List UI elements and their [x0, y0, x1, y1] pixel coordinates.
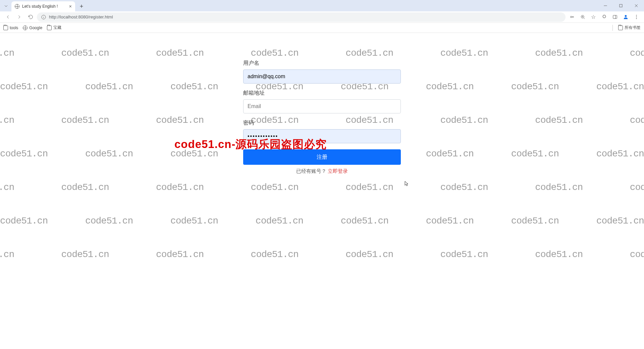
nav-forward-button[interactable]	[14, 12, 24, 22]
svg-point-6	[636, 15, 637, 15]
password-key-icon[interactable]	[567, 12, 577, 22]
username-label: 用户名	[243, 60, 401, 67]
svg-point-2	[570, 16, 572, 17]
tabs-dropdown-icon[interactable]	[3, 3, 9, 9]
bookmark-folder-tools[interactable]: tools	[3, 26, 18, 30]
folder-icon	[47, 26, 52, 30]
close-tab-icon[interactable]: ×	[69, 4, 72, 9]
login-prompt: 已经有账号？ 立即登录	[243, 168, 401, 174]
watermark-overlay-text: code51.cn-源码乐园盗图必究	[174, 137, 327, 152]
url-text: http://localhost:8080/register.html	[49, 14, 113, 19]
folder-icon	[618, 26, 623, 30]
separator	[612, 25, 613, 31]
login-link[interactable]: 立即登录	[328, 168, 348, 174]
all-bookmarks-button[interactable]: 所有书签	[618, 25, 641, 31]
username-input[interactable]	[248, 73, 396, 80]
bookmark-star-icon[interactable]: ☆	[588, 12, 598, 22]
svg-point-7	[636, 16, 637, 17]
browser-tab[interactable]: Let's study English ! ×	[11, 1, 75, 11]
profile-avatar-icon[interactable]	[621, 12, 631, 22]
nav-reload-button[interactable]	[25, 12, 36, 22]
all-bookmarks-label: 所有书签	[625, 25, 641, 31]
new-tab-button[interactable]: +	[77, 2, 86, 11]
globe-icon	[23, 26, 28, 30]
email-input[interactable]	[248, 103, 396, 109]
globe-icon	[15, 4, 19, 9]
password-label: 密码	[243, 119, 401, 127]
svg-rect-4	[613, 15, 616, 19]
bookmark-label: 宝藏	[53, 25, 61, 31]
email-label: 邮箱地址	[243, 90, 401, 97]
svg-point-5	[625, 15, 627, 17]
nav-back-button[interactable]	[3, 12, 13, 22]
tab-title: Let's study English !	[22, 4, 58, 9]
bookmark-site-google[interactable]: Google	[23, 26, 42, 30]
bookmark-folder-baozang[interactable]: 宝藏	[47, 25, 61, 31]
register-form: 用户名 邮箱地址 密码 注册 已经有账号？ 立即登录	[243, 60, 401, 174]
svg-rect-0	[620, 4, 622, 7]
browser-tab-strip: Let's study English ! × +	[0, 0, 644, 11]
folder-icon	[3, 26, 8, 30]
bookmarks-bar: tools Google 宝藏 所有书签	[0, 23, 644, 33]
email-field[interactable]	[243, 99, 401, 113]
page-viewport: code51.cncode51.cncode51.cncode51.cncode…	[0, 33, 644, 349]
bookmark-label: tools	[10, 26, 18, 30]
window-maximize-button[interactable]	[613, 0, 629, 11]
sidepanel-icon[interactable]	[610, 12, 620, 22]
bookmark-label: Google	[29, 26, 42, 30]
window-minimize-button[interactable]	[598, 0, 613, 11]
url-input[interactable]: http://localhost:8080/register.html	[37, 12, 566, 22]
svg-point-8	[636, 18, 637, 19]
browser-address-bar: http://localhost:8080/register.html ☆	[0, 11, 644, 23]
chrome-menu-icon[interactable]	[631, 12, 641, 22]
window-close-button[interactable]	[629, 0, 644, 11]
extensions-icon[interactable]	[599, 12, 609, 22]
info-icon	[41, 14, 46, 20]
zoom-icon[interactable]	[578, 12, 588, 22]
has-account-text: 已经有账号？	[296, 168, 326, 174]
username-field[interactable]	[243, 69, 401, 84]
cursor-icon	[403, 181, 409, 187]
